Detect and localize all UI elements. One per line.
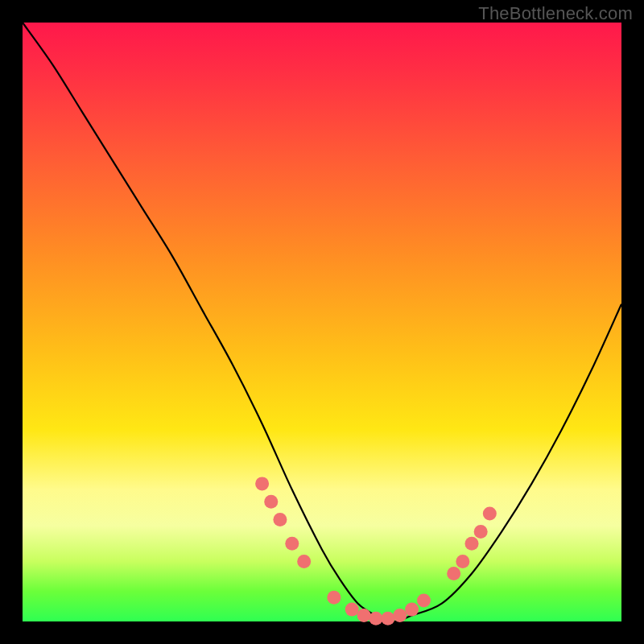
highlight-marker	[357, 609, 371, 622]
highlight-marker	[345, 603, 359, 617]
highlight-marker	[456, 555, 469, 568]
highlight-marker	[405, 603, 419, 617]
highlight-marker	[369, 612, 382, 625]
highlight-marker	[417, 593, 431, 607]
highlight-marker	[255, 477, 269, 490]
highlight-marker	[465, 537, 479, 551]
highlight-marker	[297, 555, 311, 568]
highlight-marker	[447, 567, 460, 580]
chart-frame	[23, 23, 621, 621]
highlight-marker	[474, 525, 488, 539]
highlight-marker	[264, 495, 278, 509]
highlight-marker	[483, 507, 497, 521]
highlight-marker	[393, 609, 407, 622]
highlight-marker	[327, 591, 341, 605]
highlight-markers-group	[255, 477, 497, 625]
highlight-marker	[381, 612, 394, 625]
chart-svg	[23, 23, 621, 621]
highlight-marker	[285, 537, 299, 551]
chart-plot-area	[23, 23, 621, 621]
bottleneck-curve-line	[23, 23, 621, 621]
highlight-marker	[273, 513, 287, 526]
watermark-text: TheBottleneck.com	[478, 3, 633, 24]
